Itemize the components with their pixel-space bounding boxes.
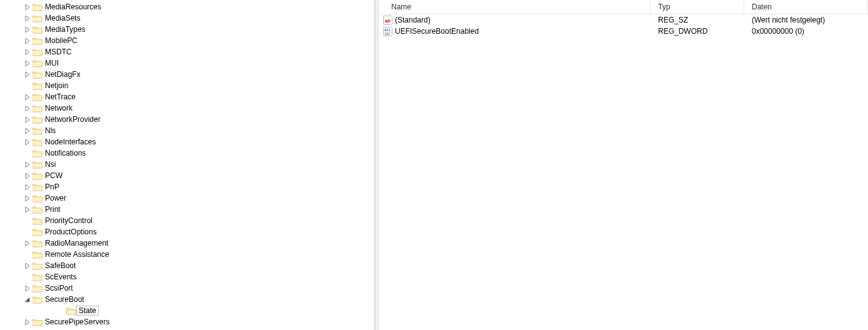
tree-item[interactable]: State [0, 305, 374, 316]
tree-item[interactable]: Nls [0, 125, 374, 136]
tree-item[interactable]: NodeInterfaces [0, 136, 374, 148]
expand-icon[interactable] [22, 207, 32, 212]
tree-item-label: Nsi [42, 160, 56, 169]
table-row[interactable]: UEFISecureBootEnabledREG_DWORD0x00000000… [379, 26, 868, 37]
tree-item[interactable]: PriorityControl [0, 215, 374, 226]
folder-icon [32, 283, 42, 293]
tree-item[interactable]: RadioManagement [0, 238, 374, 249]
folder-icon [32, 58, 42, 68]
expand-icon[interactable] [22, 94, 32, 100]
folder-icon [66, 306, 76, 316]
tree-item[interactable]: ScsiPort [0, 282, 374, 294]
registry-values-panel: Name Typ Daten (Standard)REG_SZ(Wert nic… [379, 0, 868, 330]
tree-item[interactable]: MSDTC [0, 46, 374, 58]
expand-icon[interactable] [22, 184, 32, 190]
expand-icon[interactable] [22, 173, 32, 179]
expand-icon[interactable] [22, 139, 32, 145]
binary-value-icon [382, 26, 392, 36]
folder-icon [32, 272, 42, 282]
expand-icon[interactable] [22, 16, 32, 21]
tree-item-label: Print [42, 205, 61, 214]
expand-icon[interactable] [22, 4, 32, 10]
tree-item[interactable]: Network [0, 102, 374, 114]
tree-item[interactable]: SecureBoot [0, 294, 374, 305]
folder-icon [32, 126, 42, 136]
string-value-icon [382, 15, 392, 25]
list-body[interactable]: (Standard)REG_SZ(Wert nicht festgelegt)U… [379, 14, 868, 330]
folder-icon [32, 227, 42, 237]
expand-icon[interactable] [22, 128, 32, 134]
tree-item-label: PriorityControl [42, 216, 92, 225]
expand-icon[interactable] [22, 49, 32, 55]
expand-icon[interactable] [22, 196, 32, 201]
expand-icon[interactable] [22, 38, 32, 44]
expand-icon[interactable] [22, 263, 32, 269]
tree-item[interactable]: NetTrace [0, 91, 374, 102]
tree-item-label: SecurePipeServers [42, 318, 109, 326]
tree-item[interactable]: MediaSets [0, 12, 374, 24]
tree-item[interactable]: SecurePipeServers [0, 316, 374, 328]
list-header: Name Typ Daten [379, 0, 868, 14]
tree-item-label: NodeInterfaces [42, 138, 96, 146]
expand-icon[interactable] [22, 241, 32, 246]
folder-icon [32, 47, 42, 57]
value-name: (Standard) [395, 16, 431, 24]
expand-icon[interactable] [22, 117, 32, 122]
tree-item[interactable]: Nsi [0, 159, 374, 170]
tree-item[interactable]: ScEvents [0, 271, 374, 282]
tree-item-label: MobilePC [42, 36, 77, 45]
column-header-type[interactable]: Typ [651, 0, 744, 14]
folder-icon [32, 182, 42, 192]
tree-item[interactable]: SecurityProviders [0, 328, 374, 330]
tree-item[interactable]: MediaResources [0, 1, 374, 12]
value-name: UEFISecureBootEnabled [395, 27, 479, 36]
expand-icon[interactable] [22, 162, 32, 168]
folder-icon [32, 148, 42, 158]
tree-item[interactable]: MediaTypes [0, 24, 374, 35]
folder-icon [32, 13, 42, 23]
folder-icon [32, 317, 42, 327]
value-type: REG_SZ [651, 16, 744, 24]
expand-icon[interactable] [22, 27, 32, 32]
tree-item-label: RadioManagement [42, 239, 108, 248]
folder-icon [32, 238, 42, 248]
tree-item-label: Network [42, 104, 72, 112]
expand-icon[interactable] [22, 72, 32, 78]
tree-item-label: NetTrace [42, 92, 76, 101]
tree-item[interactable]: Power [0, 192, 374, 204]
tree-item[interactable]: Notifications [0, 148, 374, 159]
tree-item[interactable]: MobilePC [0, 35, 374, 46]
tree-item[interactable]: NetworkProvider [0, 114, 374, 125]
tree-item-label: Remote Assistance [42, 250, 109, 259]
column-header-name[interactable]: Name [379, 0, 651, 14]
tree-item[interactable]: Netjoin [0, 80, 374, 91]
tree-item[interactable]: PnP [0, 181, 374, 192]
tree-item[interactable]: Print [0, 204, 374, 215]
folder-icon [32, 2, 42, 12]
folder-icon [32, 69, 42, 79]
collapse-icon[interactable] [22, 297, 32, 302]
tree-item[interactable]: NetDiagFx [0, 69, 374, 80]
tree-item-label: Nls [42, 126, 56, 135]
tree-item[interactable]: SafeBoot [0, 260, 374, 271]
expand-icon[interactable] [22, 319, 32, 325]
tree-item[interactable]: Remote Assistance [0, 249, 374, 260]
tree-item-label: Notifications [42, 149, 86, 158]
expand-icon[interactable] [22, 61, 32, 66]
table-row[interactable]: (Standard)REG_SZ(Wert nicht festgelegt) [379, 14, 868, 26]
expand-icon[interactable] [22, 286, 32, 291]
tree-item[interactable]: MUI [0, 58, 374, 69]
column-header-data[interactable]: Daten [744, 0, 868, 14]
folder-icon [32, 249, 42, 259]
folder-icon [32, 261, 42, 271]
tree-item-label: MUI [42, 59, 59, 68]
expand-icon[interactable] [22, 106, 32, 111]
tree-item[interactable]: PCW [0, 170, 374, 181]
registry-tree-panel[interactable]: MediaResourcesMediaSetsMediaTypesMobileP… [0, 0, 375, 330]
tree-item-label: MediaTypes [42, 25, 86, 34]
folder-icon [32, 103, 42, 113]
tree-item-label: Netjoin [42, 81, 68, 90]
tree-item-label: PnP [42, 182, 59, 191]
tree-item[interactable]: ProductOptions [0, 226, 374, 238]
folder-icon [32, 294, 42, 304]
